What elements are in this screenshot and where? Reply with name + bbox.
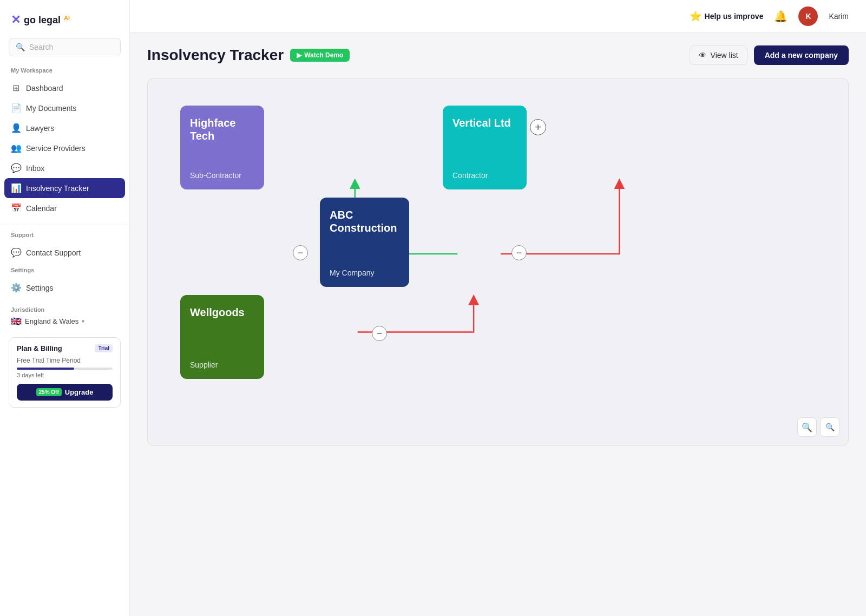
upgrade-label: Upgrade — [65, 388, 94, 396]
page-header: Insolvency Tracker ▶ Watch Demo 👁 View l… — [147, 45, 849, 65]
sidebar-item-contact-support[interactable]: 💬 Contact Support — [0, 243, 129, 263]
main-area: ⭐ Help us improve 🔔 K Karim Insolvency T… — [130, 0, 866, 616]
help-improve-label: Help us improve — [705, 12, 764, 21]
star-icon: ⭐ — [690, 10, 701, 22]
settings-icon: ⚙️ — [11, 283, 21, 293]
sidebar-item-label: Dashboard — [26, 84, 63, 93]
plan-title: Plan & Billing — [17, 344, 62, 352]
chevron-down-icon: ▾ — [82, 318, 84, 324]
jurisdiction-label: Jurisdiction — [11, 306, 119, 313]
trial-badge: Trial — [95, 344, 113, 352]
abc-subtitle: My Company — [330, 268, 374, 277]
play-icon: ▶ — [297, 51, 301, 59]
logo-ai-text: AI — [64, 15, 70, 21]
notifications-button[interactable]: 🔔 — [774, 10, 788, 23]
discount-badge: 25% Off — [36, 388, 62, 396]
flag-icon: 🇬🇧 — [11, 316, 22, 326]
contact-support-icon: 💬 — [11, 247, 21, 258]
zoom-in-icon: 🔍 — [802, 422, 812, 432]
lawyers-icon: 👤 — [11, 123, 21, 133]
dashboard-icon: ⊞ — [11, 83, 21, 93]
sidebar-item-settings[interactable]: ⚙️ Settings — [0, 278, 129, 298]
progress-fill — [17, 368, 74, 370]
upgrade-button[interactable]: 25% Off Upgrade — [17, 384, 113, 401]
eye-icon: 👁 — [699, 51, 706, 60]
sidebar-item-lawyers[interactable]: 👤 Lawyers — [0, 118, 129, 138]
plan-subtitle: Free Trial Time Period — [17, 357, 113, 364]
sidebar-item-label: Inbox — [26, 164, 44, 173]
connector-bottom[interactable]: − — [372, 326, 387, 341]
zoom-out-icon: 🔍 — [825, 423, 835, 431]
calendar-icon: 📅 — [11, 203, 21, 213]
settings-label: Settings — [0, 267, 129, 278]
search-box[interactable]: 🔍 — [9, 38, 121, 56]
topbar: ⭐ Help us improve 🔔 K Karim — [130, 0, 866, 32]
wellgoods-title: Wellgoods — [190, 306, 254, 319]
page-actions: 👁 View list Add a new company — [690, 45, 849, 65]
node-wellgoods[interactable]: Wellgoods Supplier — [180, 295, 264, 379]
sidebar-item-label: Settings — [26, 284, 54, 292]
help-improve-button[interactable]: ⭐ Help us improve — [690, 10, 764, 22]
sidebar-item-dashboard[interactable]: ⊞ Dashboard — [0, 78, 129, 98]
jurisdiction-selector[interactable]: 🇬🇧 England & Wales ▾ — [11, 316, 119, 326]
view-list-button[interactable]: 👁 View list — [690, 45, 747, 65]
logo-brand-text: go legal — [24, 15, 61, 26]
connector-left[interactable]: − — [293, 245, 308, 260]
canvas-area: Highface Tech Sub-Contractor Vertical Lt… — [147, 78, 849, 446]
jurisdiction-value: England & Wales — [25, 317, 78, 325]
sidebar-item-label: Calendar — [26, 204, 57, 213]
wellgoods-subtitle: Supplier — [190, 361, 218, 369]
zoom-controls: 🔍 🔍 — [797, 417, 839, 437]
highface-subtitle: Sub-Contractor — [190, 171, 241, 180]
watch-demo-label: Watch Demo — [304, 51, 343, 59]
add-company-button[interactable]: Add a new company — [754, 45, 849, 65]
progress-bar — [17, 368, 113, 370]
sidebar-item-label: Contact Support — [26, 248, 81, 257]
sidebar: ✕ go legal AI 🔍 My Workspace ⊞ Dashboard… — [0, 0, 130, 616]
document-icon: 📄 — [11, 103, 21, 113]
sidebar-item-service-providers[interactable]: 👥 Service Providers — [0, 138, 129, 158]
sidebar-item-my-documents[interactable]: 📄 My Documents — [0, 98, 129, 118]
user-name: Karim — [829, 12, 849, 21]
workspace-label: My Workspace — [0, 67, 129, 78]
page-title-row: Insolvency Tracker ▶ Watch Demo — [147, 47, 350, 64]
avatar: K — [798, 6, 818, 26]
logo: ✕ go legal AI — [0, 9, 129, 38]
zoom-in-button[interactable]: 🔍 — [797, 417, 817, 437]
service-providers-icon: 👥 — [11, 143, 21, 153]
inbox-icon: 💬 — [11, 163, 21, 173]
days-left: 3 days left — [17, 372, 113, 378]
sidebar-item-label: Lawyers — [26, 124, 54, 133]
page-content: Insolvency Tracker ▶ Watch Demo 👁 View l… — [130, 32, 866, 616]
support-label: Support — [0, 232, 129, 243]
search-input[interactable] — [29, 43, 114, 51]
watch-demo-button[interactable]: ▶ Watch Demo — [290, 49, 350, 62]
node-abc[interactable]: ABC Construction My Company — [320, 198, 409, 287]
page-title: Insolvency Tracker — [147, 47, 284, 64]
sidebar-item-label: My Documents — [26, 104, 76, 113]
insolvency-icon: 📊 — [11, 183, 21, 193]
zoom-out-button[interactable]: 🔍 — [820, 417, 839, 437]
plan-header: Plan & Billing Trial — [17, 344, 113, 352]
sidebar-item-insolvency-tracker[interactable]: 📊 Insolvency Tracker — [4, 178, 125, 198]
view-list-label: View list — [711, 51, 738, 60]
vertical-subtitle: Contractor — [452, 171, 488, 180]
sidebar-item-label: Insolvency Tracker — [26, 184, 89, 193]
connector-plus-vertical[interactable]: + — [530, 119, 546, 135]
connector-right[interactable]: − — [511, 245, 527, 260]
vertical-title: Vertical Ltd — [452, 116, 517, 129]
sidebar-item-label: Service Providers — [26, 144, 86, 153]
sidebar-item-calendar[interactable]: 📅 Calendar — [0, 198, 129, 218]
highface-title: Highface Tech — [190, 116, 254, 142]
plan-billing-section: Plan & Billing Trial Free Trial Time Per… — [9, 337, 121, 408]
logo-x-icon: ✕ — [11, 13, 21, 27]
node-highface[interactable]: Highface Tech Sub-Contractor — [180, 106, 264, 189]
search-icon: 🔍 — [16, 43, 25, 51]
jurisdiction-section: Jurisdiction 🇬🇧 England & Wales ▾ — [0, 302, 129, 333]
node-vertical[interactable]: Vertical Ltd Contractor — [443, 106, 527, 189]
abc-title: ABC Construction — [330, 208, 399, 234]
sidebar-item-inbox[interactable]: 💬 Inbox — [0, 158, 129, 178]
